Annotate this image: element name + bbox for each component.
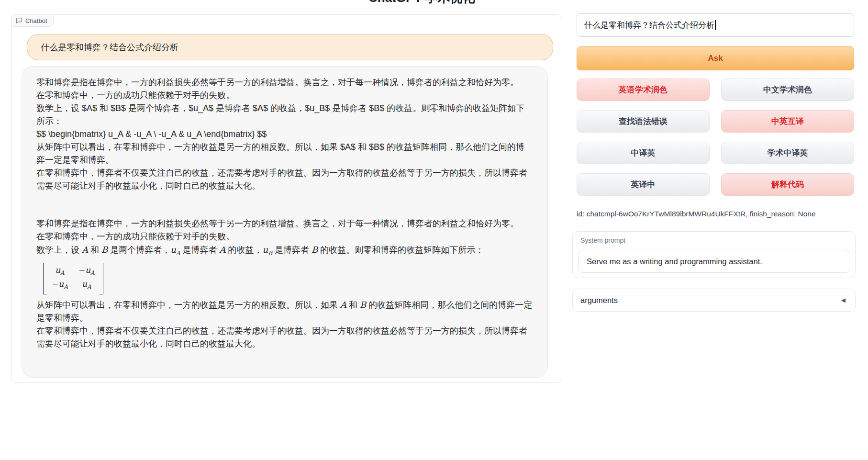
ask-button[interactable]: Ask	[577, 46, 854, 70]
app-canvas: ChatGPT 学术优化 Chatbot 什么是零和博弈？结合公式介绍分析 零和…	[0, 0, 868, 460]
chatbot-label-text: Chatbot	[25, 17, 47, 24]
payoff-matrix: uA−uA−uAuA	[43, 263, 103, 295]
status-line: id: chatcmpl-6wOo7KrYTwMl89lbrMWRu4UkFFX…	[577, 210, 854, 218]
quick-button-6[interactable]: 学术中译英	[721, 142, 854, 164]
page-title-text: ChatGPT 学术优化	[368, 0, 483, 4]
system-prompt-value: Serve me as a writing and programming as…	[587, 257, 762, 266]
message-line: 零和博弈是指在博弈中，一方的利益损失必然等于另一方的利益增益。换言之，对于每一种…	[36, 217, 533, 230]
quick-button-1[interactable]: 英语学术润色	[577, 79, 710, 101]
message-line: 从矩阵中可以看出，在零和博弈中，一方的收益是另一方的相反数。所以，如果 $A$ …	[36, 141, 533, 167]
question-input-value: 什么是零和博弈？结合公式介绍分析	[584, 20, 714, 31]
chatbot-label: Chatbot	[11, 14, 54, 27]
accordion-collapse-icon: ◀	[841, 297, 846, 303]
quick-actions: 英语学术润色中文学术润色查找语法错误中英互译中译英学术中译英英译中解释代码	[577, 79, 854, 196]
message-line: 数学上，设 A 和 B 是两个博弈者，uA 是博弈者 A 的收益，uB 是博弈者…	[36, 243, 533, 260]
message-line: 零和博弈是指在博弈中，一方的利益损失必然等于另一方的利益增益。换言之，对于每一种…	[36, 76, 533, 89]
message-line: 从矩阵中可以看出，在零和博弈中，一方的收益是另一方的相反数。所以，如果 A 和 …	[36, 298, 533, 325]
page-title: ChatGPT 学术优化	[368, 0, 483, 4]
message-line: $$ \begin{bmatrix} u_A & -u_A \ -u_A & u…	[36, 128, 533, 141]
bot-message: 零和博弈是指在博弈中，一方的利益损失必然等于另一方的利益增益。换言之，对于每一种…	[22, 66, 548, 378]
message-line: 在零和博弈中，博弈者不仅要关注自己的收益，还需要考虑对手的收益。因为一方取得的收…	[36, 325, 533, 350]
chat-bubble-icon	[16, 17, 22, 24]
chatbot-panel: Chatbot 什么是零和博弈？结合公式介绍分析 零和博弈是指在博弈中，一方的利…	[11, 14, 561, 383]
quick-button-5[interactable]: 中译英	[577, 142, 710, 164]
message-section-gap	[36, 192, 533, 217]
message-line: 在零和博弈中，一方的成功只能依赖于对手的失败。	[36, 230, 533, 243]
message-line: 在零和博弈中，一方的成功只能依赖于对手的失败。	[36, 89, 533, 102]
message-line: 数学上，设 $A$ 和 $B$ 是两个博弈者，$u_A$ 是博弈者 $A$ 的收…	[36, 102, 533, 128]
quick-button-4[interactable]: 中英互译	[721, 110, 854, 133]
system-prompt-input[interactable]: Serve me as a writing and programming as…	[579, 250, 849, 273]
quick-button-8[interactable]: 解释代码	[721, 173, 854, 196]
system-prompt-panel: System prompt Serve me as a writing and …	[572, 231, 856, 278]
arguments-label: arguments	[580, 296, 618, 305]
user-message-text: 什么是零和博弈？结合公式介绍分析	[41, 42, 178, 53]
question-input[interactable]: 什么是零和博弈？结合公式介绍分析	[577, 13, 854, 37]
arguments-accordion[interactable]: arguments ◀	[572, 289, 856, 312]
quick-button-7[interactable]: 英译中	[577, 173, 710, 196]
user-message: 什么是零和博弈？结合公式介绍分析	[27, 34, 553, 60]
text-cursor	[715, 20, 716, 30]
system-prompt-label: System prompt	[580, 236, 625, 244]
quick-button-3[interactable]: 查找语法错误	[577, 110, 710, 133]
message-line: 在零和博弈中，博弈者不仅要关注自己的收益，还需要考虑对手的收益。因为一方取得的收…	[36, 167, 533, 192]
quick-button-2[interactable]: 中文学术润色	[721, 79, 854, 101]
